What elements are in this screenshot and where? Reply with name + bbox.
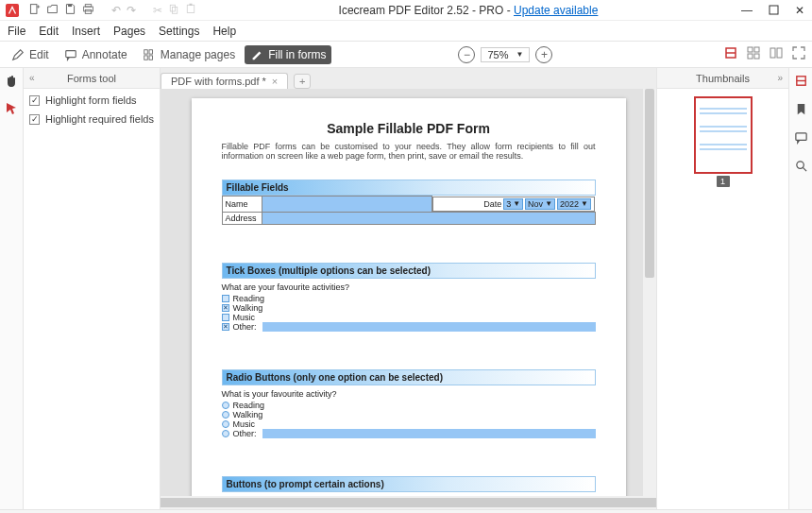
layout-grid-icon[interactable] [746, 45, 761, 63]
update-link[interactable]: Update available [514, 4, 598, 17]
page-thumbnail[interactable] [694, 96, 753, 174]
date-year-select[interactable]: 2022▼ [557, 198, 591, 210]
copy-icon [168, 3, 179, 17]
q-activity: What is your favourite activity? [222, 389, 596, 399]
collapse-icon[interactable]: « [29, 73, 35, 83]
close-button[interactable]: ✕ [793, 4, 806, 17]
horizontal-scrollbar[interactable] [161, 496, 656, 509]
svg-rect-12 [770, 6, 778, 14]
toolbar: Edit Annotate Manage pages Fill in forms… [0, 42, 812, 68]
menu-pages[interactable]: Pages [113, 25, 145, 38]
hand-tool-icon[interactable] [4, 74, 19, 92]
open-icon[interactable] [46, 3, 59, 18]
cb-reading[interactable]: Reading [222, 294, 596, 303]
doc-title: Sample Fillable PDF Form [222, 121, 596, 136]
date-month-select[interactable]: Nov▼ [525, 198, 555, 210]
svg-rect-28 [795, 133, 805, 141]
rb-other[interactable]: Other: [222, 429, 596, 438]
address-label: Address [222, 212, 262, 224]
layout-single-icon[interactable] [723, 45, 738, 63]
zoom-select[interactable]: 75%▼ [481, 47, 530, 62]
fill-forms-button[interactable]: Fill in forms [245, 45, 331, 64]
expand-icon[interactable]: » [777, 73, 783, 83]
svg-rect-22 [748, 54, 753, 59]
tab-bar: PDF with forms.pdf *× + [161, 68, 656, 89]
name-label: Name [222, 197, 262, 213]
svg-rect-16 [144, 55, 147, 59]
svg-rect-1 [30, 4, 37, 13]
save-icon[interactable] [64, 3, 76, 18]
other-field[interactable] [262, 322, 596, 332]
rb-reading[interactable]: Reading [222, 401, 596, 410]
highlight-required-checkbox[interactable]: ✓Highlight required fields [29, 113, 154, 125]
cb-other[interactable]: ✕Other: [222, 322, 596, 332]
q-activities: What are your favourite activities? [222, 282, 596, 292]
rb-walking[interactable]: Walking [222, 410, 596, 419]
section-buttons: Buttons (to prompt certain actions) [222, 476, 596, 492]
section-tickboxes: Tick Boxes (multiple options can be sele… [222, 263, 596, 279]
rb-music[interactable]: Music [222, 419, 596, 429]
search-icon[interactable] [794, 159, 808, 176]
paste-icon [185, 3, 196, 17]
undo-icon[interactable]: ↶ [111, 4, 121, 17]
section-radio: Radio Buttons (only one option can be se… [222, 369, 596, 385]
menu-edit[interactable]: Edit [39, 25, 59, 38]
document-viewport[interactable]: Sample Fillable PDF Form Fillable PDF fo… [161, 89, 656, 496]
right-tool-column [788, 68, 812, 509]
redo-icon[interactable]: ↷ [127, 4, 136, 17]
bookmark-icon[interactable] [794, 102, 808, 119]
address-field[interactable] [262, 212, 595, 224]
new-icon[interactable] [28, 3, 41, 18]
print-icon[interactable] [82, 3, 94, 18]
layout-icon[interactable] [794, 74, 808, 91]
edit-button[interactable]: Edit [6, 45, 55, 64]
svg-rect-10 [187, 5, 195, 12]
pdf-page: Sample Fillable PDF Form Fillable PDF fo… [192, 98, 626, 496]
zoom-out-button[interactable]: − [458, 46, 475, 63]
zoom-in-button[interactable]: + [535, 46, 552, 63]
comments-icon[interactable] [794, 130, 808, 147]
svg-rect-21 [754, 47, 759, 52]
window-title: Icecream PDF Editor 2.52 - PRO - Update … [196, 4, 740, 17]
menu-bar: File Edit Insert Pages Settings Help [0, 21, 812, 42]
cb-walking[interactable]: ✕Walking [222, 303, 596, 313]
thumbnails-header: Thumbnails» [657, 68, 788, 89]
cut-icon: ✂ [153, 4, 162, 17]
svg-rect-23 [754, 54, 759, 59]
app-icon [6, 4, 19, 17]
document-area: PDF with forms.pdf *× + Sample Fillable … [161, 68, 656, 509]
date-label: Date [483, 199, 501, 209]
vertical-scrollbar[interactable] [643, 89, 656, 496]
svg-point-29 [796, 162, 804, 169]
svg-rect-15 [149, 49, 153, 53]
svg-rect-20 [748, 47, 753, 52]
layout-double-icon[interactable] [769, 45, 784, 63]
document-tab[interactable]: PDF with forms.pdf *× [161, 73, 288, 89]
svg-line-30 [803, 167, 806, 171]
svg-rect-13 [65, 50, 76, 57]
svg-rect-11 [190, 4, 193, 6]
svg-rect-24 [770, 48, 775, 58]
status-bar [0, 509, 812, 513]
minimize-button[interactable]: — [740, 4, 753, 17]
manage-pages-button[interactable]: Manage pages [137, 45, 241, 64]
arrow-tool-icon[interactable] [4, 101, 19, 119]
other-field-2[interactable] [262, 429, 596, 438]
section-fillable: Fillable Fields [222, 180, 596, 196]
highlight-fields-checkbox[interactable]: ✓Highlight form fields [29, 94, 154, 106]
new-tab-button[interactable]: + [294, 74, 311, 89]
menu-settings[interactable]: Settings [159, 25, 199, 38]
menu-file[interactable]: File [8, 25, 25, 38]
menu-insert[interactable]: Insert [72, 25, 100, 38]
thumbnail-number: 1 [717, 176, 730, 187]
maximize-button[interactable] [767, 4, 780, 17]
name-field[interactable] [262, 197, 431, 213]
fullscreen-icon[interactable] [791, 45, 806, 63]
forms-panel: «Forms tool ✓Highlight form fields ✓High… [24, 68, 161, 509]
cb-music[interactable]: Music [222, 313, 596, 322]
tab-close-icon[interactable]: × [272, 76, 278, 87]
annotate-button[interactable]: Annotate [59, 45, 133, 64]
left-tool-column [0, 68, 24, 509]
menu-help[interactable]: Help [212, 25, 236, 38]
date-day-select[interactable]: 3▼ [503, 198, 523, 210]
